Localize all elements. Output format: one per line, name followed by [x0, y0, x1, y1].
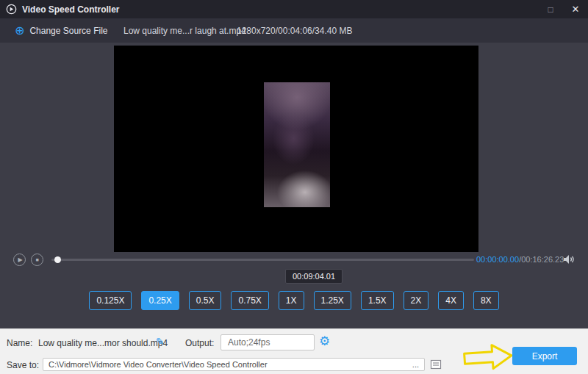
speed-button-1x[interactable]: 1X [279, 291, 304, 310]
speed-button-2x[interactable]: 2X [404, 291, 429, 310]
open-folder-icon[interactable] [430, 359, 442, 370]
seek-bar[interactable] [51, 259, 474, 261]
time-display: 00:00:00.00/00:16:26.23 [476, 255, 564, 264]
speed-button-4x[interactable]: 4X [438, 291, 464, 310]
export-button[interactable]: Export [512, 347, 577, 365]
time-total: /00:16:26.23 [519, 255, 564, 264]
change-source-file-button[interactable]: ⊕ Change Source File [15, 25, 107, 37]
maximize-button[interactable]: □ [538, 0, 563, 18]
seek-thumb[interactable] [54, 256, 61, 263]
name-label: Name: [7, 338, 32, 348]
title-bar: Video Speed Controller □ ✕ [0, 0, 588, 18]
app-window: Video Speed Controller □ ✕ ⊕ Change Sour… [0, 0, 588, 374]
window-controls: □ ✕ [538, 0, 588, 18]
app-logo-icon [6, 4, 17, 15]
main-area: ▶ ■ 00:00:00.00/00:16:26.23 00:09:04.01 … [0, 43, 588, 328]
save-to-label: Save to: [7, 360, 39, 370]
speed-button-125x[interactable]: 1.25X [314, 291, 351, 310]
speed-button-0125x[interactable]: 0.125X [89, 291, 132, 310]
save-to-path-field[interactable]: C:\Vidmore\Vidmore Video Converter\Video… [43, 358, 425, 371]
volume-icon[interactable] [563, 254, 575, 265]
highlight-arrow-annotation [462, 341, 516, 374]
output-settings-gear-icon[interactable]: ⚙ [319, 334, 330, 349]
seek-time-tooltip: 00:09:04.01 [285, 269, 343, 284]
time-current: 00:00:00.00 [476, 255, 519, 264]
speed-button-15x[interactable]: 1.5X [361, 291, 394, 310]
output-label: Output: [185, 338, 214, 348]
speed-button-05x[interactable]: 0.5X [189, 291, 222, 310]
speed-button-025x[interactable]: 0.25X [141, 291, 179, 310]
close-button[interactable]: ✕ [563, 0, 588, 18]
stop-button[interactable]: ■ [31, 253, 43, 266]
loaded-file-info: 1280x720/00:04:06/34.40 MB [237, 26, 352, 36]
output-file-name: Low quality me...mor should.mp4 [38, 338, 168, 348]
window-title: Video Speed Controller [22, 4, 119, 15]
speed-options-row: 0.125X 0.25X 0.5X 0.75X 1X 1.25X 1.5X 2X… [0, 291, 588, 310]
browse-more-button[interactable]: ... [410, 359, 421, 370]
play-button[interactable]: ▶ [13, 253, 26, 266]
edit-pencil-icon[interactable]: ✎ [156, 336, 165, 348]
footer-bar: Name: Low quality me...mor should.mp4 ✎ … [0, 328, 588, 374]
plus-circle-icon: ⊕ [15, 25, 24, 37]
loaded-file-name: Low quality me...r laugh at.mp4 [123, 26, 246, 36]
change-source-file-label: Change Source File [29, 26, 107, 36]
video-player[interactable] [114, 46, 478, 252]
speed-button-075x[interactable]: 0.75X [231, 291, 268, 310]
video-frame-preview [264, 82, 330, 207]
transport-controls: ▶ ■ 00:00:00.00/00:16:26.23 [0, 253, 588, 268]
speed-button-8x[interactable]: 8X [473, 291, 499, 310]
output-format-field[interactable]: Auto;24fps [220, 334, 315, 350]
save-to-path-value: C:\Vidmore\Vidmore Video Converter\Video… [49, 360, 268, 369]
toolbar: ⊕ Change Source File Low quality me...r … [0, 18, 588, 43]
